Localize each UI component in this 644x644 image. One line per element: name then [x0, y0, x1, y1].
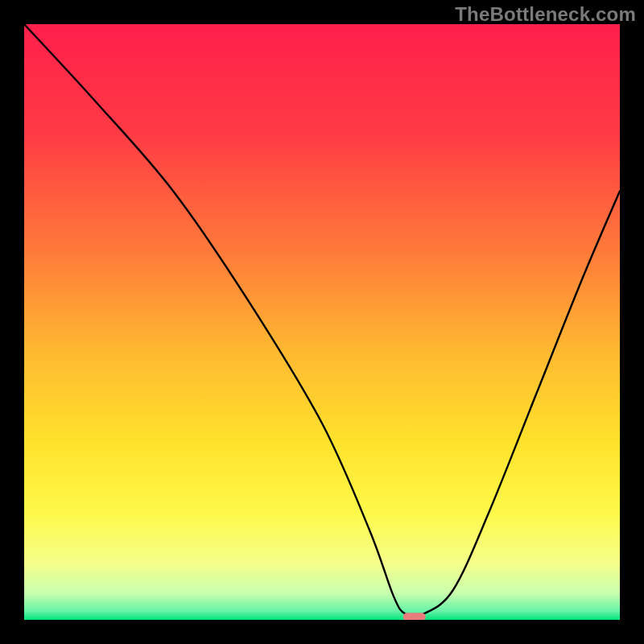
plot-area	[24, 24, 620, 620]
optimal-marker	[403, 613, 426, 620]
chart-frame: TheBottleneck.com	[0, 0, 644, 644]
watermark-text: TheBottleneck.com	[455, 3, 636, 26]
gradient-background	[24, 24, 620, 620]
bottleneck-chart	[24, 24, 620, 620]
